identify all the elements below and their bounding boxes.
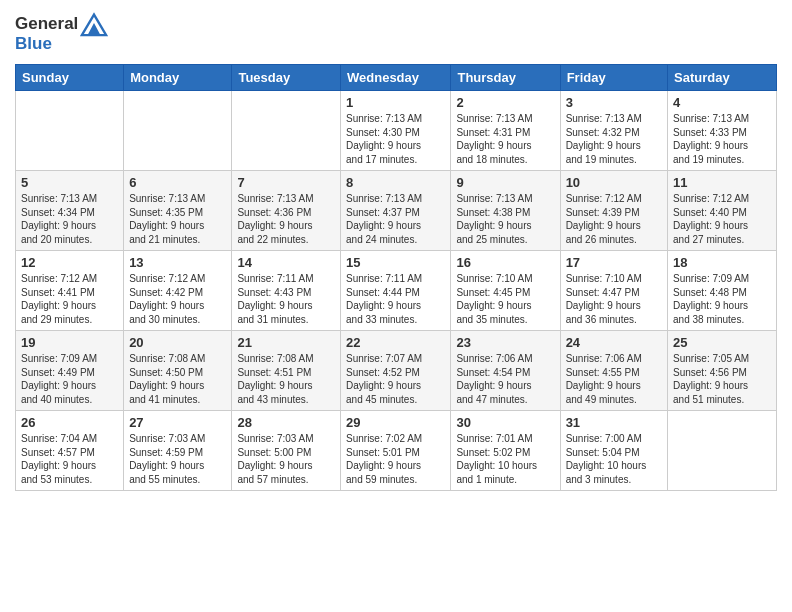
logo-general-text: General — [15, 14, 78, 34]
calendar-cell: 10Sunrise: 7:12 AM Sunset: 4:39 PM Dayli… — [560, 171, 667, 251]
calendar-cell: 13Sunrise: 7:12 AM Sunset: 4:42 PM Dayli… — [124, 251, 232, 331]
day-number: 15 — [346, 255, 445, 270]
day-info: Sunrise: 7:13 AM Sunset: 4:30 PM Dayligh… — [346, 112, 445, 166]
day-info: Sunrise: 7:01 AM Sunset: 5:02 PM Dayligh… — [456, 432, 554, 486]
day-info: Sunrise: 7:13 AM Sunset: 4:34 PM Dayligh… — [21, 192, 118, 246]
calendar-cell: 22Sunrise: 7:07 AM Sunset: 4:52 PM Dayli… — [341, 331, 451, 411]
calendar-cell: 8Sunrise: 7:13 AM Sunset: 4:37 PM Daylig… — [341, 171, 451, 251]
weekday-header-saturday: Saturday — [668, 65, 777, 91]
page-header: General Blue — [15, 10, 777, 54]
calendar-cell: 16Sunrise: 7:10 AM Sunset: 4:45 PM Dayli… — [451, 251, 560, 331]
calendar-cell: 29Sunrise: 7:02 AM Sunset: 5:01 PM Dayli… — [341, 411, 451, 491]
calendar-cell: 12Sunrise: 7:12 AM Sunset: 4:41 PM Dayli… — [16, 251, 124, 331]
day-number: 5 — [21, 175, 118, 190]
calendar-cell: 3Sunrise: 7:13 AM Sunset: 4:32 PM Daylig… — [560, 91, 667, 171]
day-number: 25 — [673, 335, 771, 350]
calendar-cell — [668, 411, 777, 491]
calendar-cell: 4Sunrise: 7:13 AM Sunset: 4:33 PM Daylig… — [668, 91, 777, 171]
weekday-header-thursday: Thursday — [451, 65, 560, 91]
day-info: Sunrise: 7:11 AM Sunset: 4:44 PM Dayligh… — [346, 272, 445, 326]
day-info: Sunrise: 7:13 AM Sunset: 4:35 PM Dayligh… — [129, 192, 226, 246]
day-number: 28 — [237, 415, 335, 430]
day-number: 24 — [566, 335, 662, 350]
day-number: 31 — [566, 415, 662, 430]
calendar-cell: 19Sunrise: 7:09 AM Sunset: 4:49 PM Dayli… — [16, 331, 124, 411]
day-number: 21 — [237, 335, 335, 350]
calendar-cell: 9Sunrise: 7:13 AM Sunset: 4:38 PM Daylig… — [451, 171, 560, 251]
calendar-cell: 6Sunrise: 7:13 AM Sunset: 4:35 PM Daylig… — [124, 171, 232, 251]
day-number: 30 — [456, 415, 554, 430]
calendar-cell: 30Sunrise: 7:01 AM Sunset: 5:02 PM Dayli… — [451, 411, 560, 491]
day-info: Sunrise: 7:12 AM Sunset: 4:39 PM Dayligh… — [566, 192, 662, 246]
svg-marker-1 — [88, 23, 101, 35]
calendar-cell: 20Sunrise: 7:08 AM Sunset: 4:50 PM Dayli… — [124, 331, 232, 411]
day-number: 12 — [21, 255, 118, 270]
day-info: Sunrise: 7:12 AM Sunset: 4:40 PM Dayligh… — [673, 192, 771, 246]
day-info: Sunrise: 7:12 AM Sunset: 4:41 PM Dayligh… — [21, 272, 118, 326]
calendar-cell: 18Sunrise: 7:09 AM Sunset: 4:48 PM Dayli… — [668, 251, 777, 331]
calendar-week-row: 5Sunrise: 7:13 AM Sunset: 4:34 PM Daylig… — [16, 171, 777, 251]
day-info: Sunrise: 7:13 AM Sunset: 4:32 PM Dayligh… — [566, 112, 662, 166]
day-info: Sunrise: 7:02 AM Sunset: 5:01 PM Dayligh… — [346, 432, 445, 486]
calendar-cell: 14Sunrise: 7:11 AM Sunset: 4:43 PM Dayli… — [232, 251, 341, 331]
day-number: 20 — [129, 335, 226, 350]
calendar-cell: 5Sunrise: 7:13 AM Sunset: 4:34 PM Daylig… — [16, 171, 124, 251]
day-number: 11 — [673, 175, 771, 190]
day-info: Sunrise: 7:13 AM Sunset: 4:38 PM Dayligh… — [456, 192, 554, 246]
calendar-week-row: 19Sunrise: 7:09 AM Sunset: 4:49 PM Dayli… — [16, 331, 777, 411]
day-number: 4 — [673, 95, 771, 110]
calendar-cell: 2Sunrise: 7:13 AM Sunset: 4:31 PM Daylig… — [451, 91, 560, 171]
day-number: 10 — [566, 175, 662, 190]
day-number: 13 — [129, 255, 226, 270]
calendar-week-row: 12Sunrise: 7:12 AM Sunset: 4:41 PM Dayli… — [16, 251, 777, 331]
calendar-cell: 7Sunrise: 7:13 AM Sunset: 4:36 PM Daylig… — [232, 171, 341, 251]
day-info: Sunrise: 7:09 AM Sunset: 4:48 PM Dayligh… — [673, 272, 771, 326]
calendar-cell: 25Sunrise: 7:05 AM Sunset: 4:56 PM Dayli… — [668, 331, 777, 411]
day-number: 3 — [566, 95, 662, 110]
day-info: Sunrise: 7:07 AM Sunset: 4:52 PM Dayligh… — [346, 352, 445, 406]
logo: General Blue — [15, 10, 108, 54]
calendar-cell: 11Sunrise: 7:12 AM Sunset: 4:40 PM Dayli… — [668, 171, 777, 251]
calendar-cell: 28Sunrise: 7:03 AM Sunset: 5:00 PM Dayli… — [232, 411, 341, 491]
calendar-header-row: SundayMondayTuesdayWednesdayThursdayFrid… — [16, 65, 777, 91]
day-info: Sunrise: 7:08 AM Sunset: 4:50 PM Dayligh… — [129, 352, 226, 406]
day-info: Sunrise: 7:13 AM Sunset: 4:37 PM Dayligh… — [346, 192, 445, 246]
day-info: Sunrise: 7:13 AM Sunset: 4:33 PM Dayligh… — [673, 112, 771, 166]
day-number: 8 — [346, 175, 445, 190]
day-info: Sunrise: 7:06 AM Sunset: 4:55 PM Dayligh… — [566, 352, 662, 406]
day-number: 23 — [456, 335, 554, 350]
day-number: 6 — [129, 175, 226, 190]
day-number: 26 — [21, 415, 118, 430]
calendar-cell — [124, 91, 232, 171]
day-info: Sunrise: 7:11 AM Sunset: 4:43 PM Dayligh… — [237, 272, 335, 326]
day-number: 22 — [346, 335, 445, 350]
logo-icon — [80, 10, 108, 38]
day-info: Sunrise: 7:09 AM Sunset: 4:49 PM Dayligh… — [21, 352, 118, 406]
calendar-cell: 21Sunrise: 7:08 AM Sunset: 4:51 PM Dayli… — [232, 331, 341, 411]
day-number: 18 — [673, 255, 771, 270]
calendar-cell: 31Sunrise: 7:00 AM Sunset: 5:04 PM Dayli… — [560, 411, 667, 491]
day-number: 14 — [237, 255, 335, 270]
calendar-cell — [232, 91, 341, 171]
calendar-cell: 27Sunrise: 7:03 AM Sunset: 4:59 PM Dayli… — [124, 411, 232, 491]
calendar-week-row: 26Sunrise: 7:04 AM Sunset: 4:57 PM Dayli… — [16, 411, 777, 491]
calendar-week-row: 1Sunrise: 7:13 AM Sunset: 4:30 PM Daylig… — [16, 91, 777, 171]
day-info: Sunrise: 7:05 AM Sunset: 4:56 PM Dayligh… — [673, 352, 771, 406]
day-info: Sunrise: 7:08 AM Sunset: 4:51 PM Dayligh… — [237, 352, 335, 406]
calendar-cell: 17Sunrise: 7:10 AM Sunset: 4:47 PM Dayli… — [560, 251, 667, 331]
page-container: General Blue SundayMondayTuesdayWednesda… — [0, 0, 792, 501]
day-info: Sunrise: 7:04 AM Sunset: 4:57 PM Dayligh… — [21, 432, 118, 486]
day-number: 16 — [456, 255, 554, 270]
day-info: Sunrise: 7:13 AM Sunset: 4:36 PM Dayligh… — [237, 192, 335, 246]
day-number: 7 — [237, 175, 335, 190]
day-number: 1 — [346, 95, 445, 110]
day-info: Sunrise: 7:10 AM Sunset: 4:45 PM Dayligh… — [456, 272, 554, 326]
calendar-table: SundayMondayTuesdayWednesdayThursdayFrid… — [15, 64, 777, 491]
day-info: Sunrise: 7:03 AM Sunset: 4:59 PM Dayligh… — [129, 432, 226, 486]
day-number: 29 — [346, 415, 445, 430]
weekday-header-monday: Monday — [124, 65, 232, 91]
day-info: Sunrise: 7:12 AM Sunset: 4:42 PM Dayligh… — [129, 272, 226, 326]
day-info: Sunrise: 7:00 AM Sunset: 5:04 PM Dayligh… — [566, 432, 662, 486]
calendar-cell: 23Sunrise: 7:06 AM Sunset: 4:54 PM Dayli… — [451, 331, 560, 411]
day-number: 9 — [456, 175, 554, 190]
